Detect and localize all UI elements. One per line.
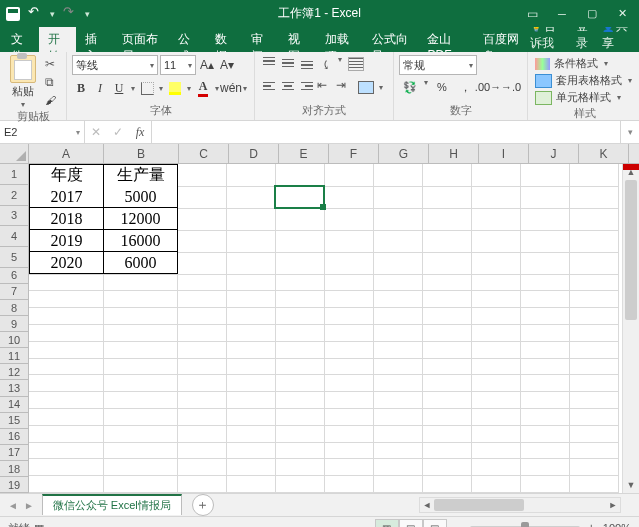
row-header-6[interactable]: 6: [0, 268, 28, 284]
view-normal[interactable]: ▦: [375, 519, 399, 527]
fill-color-button[interactable]: [166, 78, 184, 98]
col-header-J[interactable]: J: [529, 144, 579, 163]
font-size-combo[interactable]: 11▾: [160, 55, 196, 75]
paste-dropdown[interactable]: ▾: [21, 100, 25, 109]
col-header-K[interactable]: K: [579, 144, 629, 163]
orientation-button[interactable]: [317, 55, 335, 75]
row-header-12[interactable]: 12: [0, 364, 28, 380]
align-middle[interactable]: [279, 55, 297, 71]
expand-formula-bar[interactable]: ▾: [620, 121, 639, 143]
align-top[interactable]: [260, 55, 278, 71]
accounting-dropdown[interactable]: ▾: [422, 78, 430, 96]
tab-wps-pdf[interactable]: 金山PDF: [418, 27, 474, 52]
underline-dropdown[interactable]: ▾: [129, 84, 137, 93]
tab-formulas[interactable]: 公式: [169, 27, 206, 52]
wrap-text[interactable]: [345, 55, 367, 73]
zoom-out[interactable]: −: [455, 521, 462, 527]
split-handle[interactable]: [623, 164, 639, 170]
zoom-in[interactable]: +: [588, 521, 595, 527]
hscroll-left[interactable]: ◄: [420, 498, 434, 512]
cell-B5[interactable]: 6000: [103, 252, 178, 274]
bold-button[interactable]: B: [72, 78, 90, 98]
cell-A4[interactable]: 2019: [29, 230, 104, 252]
scroll-down[interactable]: ▼: [627, 477, 636, 493]
tab-addins[interactable]: 加载项: [316, 27, 362, 52]
sheet-tab-active[interactable]: 微信公众号 Excel情报局: [42, 494, 182, 515]
format-painter-icon[interactable]: [45, 93, 61, 107]
borders-dropdown[interactable]: ▾: [157, 84, 165, 93]
row-header-19[interactable]: 19: [0, 477, 28, 493]
cell-styles[interactable]: 单元格样式▾: [533, 89, 636, 106]
col-header-D[interactable]: D: [229, 144, 279, 163]
row-header-1[interactable]: 1: [0, 164, 28, 185]
cell-A5[interactable]: 2020: [29, 252, 104, 274]
cell-B4[interactable]: 16000: [103, 230, 178, 252]
col-header-I[interactable]: I: [479, 144, 529, 163]
format-as-table[interactable]: 套用表格格式▾: [533, 72, 636, 89]
cell-B3[interactable]: 12000: [103, 208, 178, 230]
tab-review[interactable]: 审阅: [242, 27, 279, 52]
cell-A1[interactable]: 年度: [29, 164, 104, 187]
qat-customize[interactable]: ▾: [85, 9, 90, 19]
fill-color-dropdown[interactable]: ▾: [185, 84, 193, 93]
vertical-scrollbar[interactable]: ▲ ▼: [622, 164, 639, 493]
col-header-A[interactable]: A: [29, 144, 104, 163]
number-format-combo[interactable]: 常规▾: [399, 55, 477, 75]
row-header-13[interactable]: 13: [0, 380, 28, 396]
orientation-dropdown[interactable]: ▾: [336, 55, 344, 75]
zoom-value[interactable]: 100%: [603, 522, 631, 527]
zoom-thumb[interactable]: [521, 522, 529, 527]
col-header-E[interactable]: E: [279, 144, 329, 163]
col-header-F[interactable]: F: [329, 144, 379, 163]
cell-B1[interactable]: 生产量: [103, 164, 178, 187]
new-sheet-button[interactable]: ＋: [192, 494, 214, 516]
col-header-G[interactable]: G: [379, 144, 429, 163]
vscroll-thumb[interactable]: [625, 180, 637, 320]
undo-dropdown[interactable]: ▾: [50, 9, 55, 19]
increase-indent[interactable]: [336, 78, 354, 94]
decrease-decimal[interactable]: →.0: [500, 78, 522, 96]
sheet-nav-prev[interactable]: ◄: [6, 500, 20, 511]
paste-button[interactable]: 粘贴 ▾: [5, 55, 41, 109]
conditional-format[interactable]: 条件格式▾: [533, 55, 636, 72]
increase-decimal[interactable]: .00→: [477, 78, 499, 96]
shrink-font-button[interactable]: A▾: [218, 55, 236, 75]
macro-record-icon[interactable]: [30, 522, 44, 528]
hscroll-thumb[interactable]: [434, 499, 524, 511]
row-header-16[interactable]: 16: [0, 429, 28, 445]
row-header-2[interactable]: 2: [0, 185, 28, 206]
row-header-18[interactable]: 18: [0, 461, 28, 477]
row-header-14[interactable]: 14: [0, 397, 28, 413]
cut-icon[interactable]: [45, 57, 61, 71]
align-right[interactable]: [298, 78, 316, 94]
save-icon[interactable]: [6, 7, 20, 21]
col-header-B[interactable]: B: [104, 144, 179, 163]
col-header-H[interactable]: H: [429, 144, 479, 163]
comma-format[interactable]: ，: [454, 78, 476, 96]
close-button[interactable]: ✕: [609, 5, 635, 23]
minimize-button[interactable]: ─: [549, 5, 575, 23]
cell-A3[interactable]: 2018: [29, 208, 104, 230]
undo-icon[interactable]: [28, 7, 42, 21]
row-header-8[interactable]: 8: [0, 300, 28, 316]
tab-baidu[interactable]: 百度网盘: [474, 27, 530, 52]
grow-font-button[interactable]: A▴: [198, 55, 216, 75]
view-page-break[interactable]: ▣: [423, 519, 447, 527]
merge-center[interactable]: ▾: [355, 78, 388, 96]
insert-function[interactable]: fx: [129, 125, 151, 140]
row-header-3[interactable]: 3: [0, 206, 28, 227]
percent-format[interactable]: %: [431, 78, 453, 96]
accounting-format[interactable]: 💱: [399, 78, 421, 96]
name-box-dropdown[interactable]: ▾: [76, 128, 80, 137]
formula-bar[interactable]: [152, 121, 620, 143]
sheet-nav-next[interactable]: ►: [22, 500, 36, 511]
font-name-combo[interactable]: 等线▾: [72, 55, 158, 75]
row-header-17[interactable]: 17: [0, 445, 28, 461]
phonetic-dropdown[interactable]: ▾: [241, 84, 249, 93]
view-page-layout[interactable]: ▤: [399, 519, 423, 527]
copy-icon[interactable]: [45, 75, 61, 89]
tab-view[interactable]: 视图: [279, 27, 316, 52]
tab-file[interactable]: 文件: [2, 27, 39, 52]
tab-insert[interactable]: 插入: [76, 27, 113, 52]
row-header-10[interactable]: 10: [0, 332, 28, 348]
